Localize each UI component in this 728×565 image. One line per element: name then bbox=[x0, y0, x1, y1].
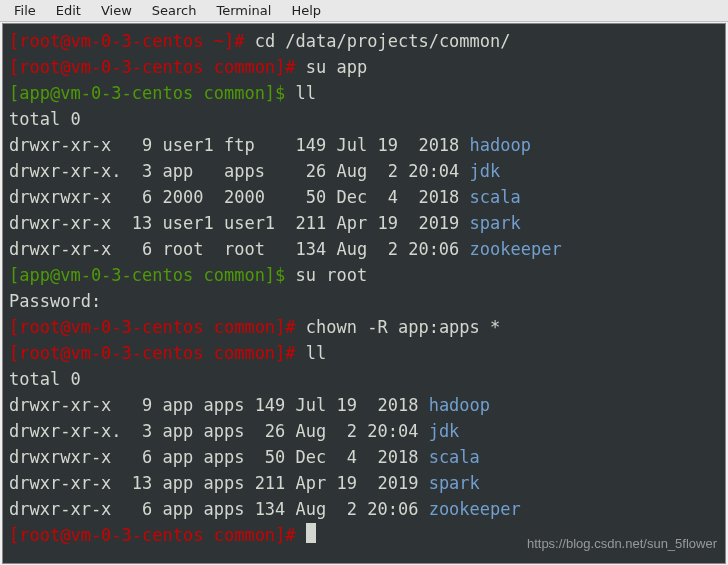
terminal-area[interactable]: [root@vm-0-3-centos ~]# cd /data/project… bbox=[2, 23, 726, 564]
watermark: https://blog.csdn.net/sun_5flower bbox=[527, 531, 717, 557]
terminal-line: drwxr-xr-x. 3 app apps 26 Aug 2 20:04 jd… bbox=[9, 158, 719, 184]
terminal-line: Password: bbox=[9, 288, 719, 314]
terminal-line: drwxr-xr-x 6 app apps 134 Aug 2 20:06 zo… bbox=[9, 496, 719, 522]
terminal-line: drwxrwxr-x 6 app apps 50 Dec 4 2018 scal… bbox=[9, 444, 719, 470]
terminal-line: drwxr-xr-x 13 user1 user1 211 Apr 19 201… bbox=[9, 210, 719, 236]
menu-help[interactable]: Help bbox=[281, 1, 331, 20]
menu-edit[interactable]: Edit bbox=[46, 1, 91, 20]
menubar: File Edit View Search Terminal Help bbox=[0, 0, 728, 22]
terminal-line: [root@vm-0-3-centos ~]# cd /data/project… bbox=[9, 28, 719, 54]
terminal-line: [root@vm-0-3-centos common]# ll bbox=[9, 340, 719, 366]
terminal-line: [root@vm-0-3-centos common]# chown -R ap… bbox=[9, 314, 719, 340]
terminal-line: total 0 bbox=[9, 366, 719, 392]
terminal-line: drwxr-xr-x. 3 app apps 26 Aug 2 20:04 jd… bbox=[9, 418, 719, 444]
menu-terminal[interactable]: Terminal bbox=[206, 1, 281, 20]
terminal-line: [app@vm-0-3-centos common]$ su root bbox=[9, 262, 719, 288]
terminal-line: drwxr-xr-x 9 user1 ftp 149 Jul 19 2018 h… bbox=[9, 132, 719, 158]
menu-view[interactable]: View bbox=[91, 1, 142, 20]
terminal-line: total 0 bbox=[9, 106, 719, 132]
terminal-line: drwxr-xr-x 9 app apps 149 Jul 19 2018 ha… bbox=[9, 392, 719, 418]
terminal-line: [root@vm-0-3-centos common]# su app bbox=[9, 54, 719, 80]
terminal-line: [app@vm-0-3-centos common]$ ll bbox=[9, 80, 719, 106]
terminal-line: drwxr-xr-x 6 root root 134 Aug 2 20:06 z… bbox=[9, 236, 719, 262]
menu-file[interactable]: File bbox=[4, 1, 46, 20]
menu-search[interactable]: Search bbox=[142, 1, 207, 20]
terminal-line: drwxr-xr-x 13 app apps 211 Apr 19 2019 s… bbox=[9, 470, 719, 496]
terminal-line: drwxrwxr-x 6 2000 2000 50 Dec 4 2018 sca… bbox=[9, 184, 719, 210]
terminal-cursor bbox=[306, 523, 316, 543]
